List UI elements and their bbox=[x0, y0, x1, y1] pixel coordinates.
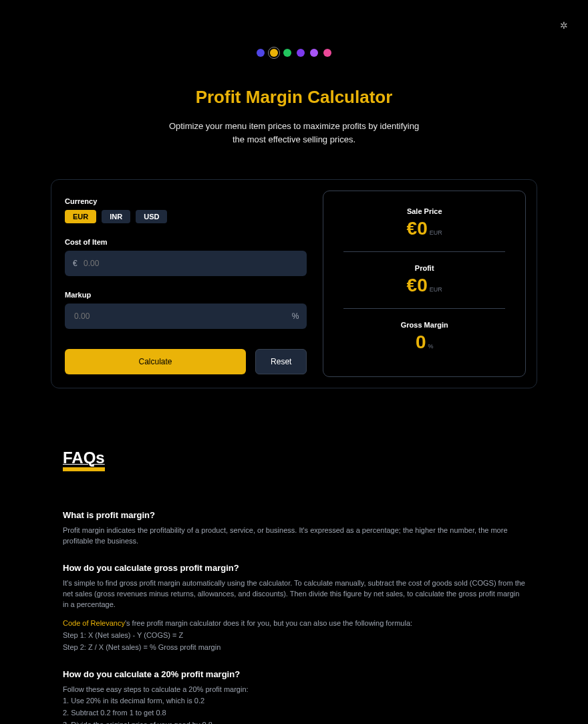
sale-price-unit: EUR bbox=[430, 229, 442, 236]
percent-symbol: % bbox=[292, 312, 299, 321]
color-theme-dots bbox=[0, 0, 588, 57]
faq-a-1: Profit margin indicates the profitabilit… bbox=[63, 525, 525, 547]
gross-margin-unit: % bbox=[428, 343, 433, 350]
cost-label: Cost of Item bbox=[65, 238, 307, 246]
brand-link[interactable]: Code of Relevancy bbox=[63, 619, 125, 627]
profit-label: Profit bbox=[343, 264, 505, 272]
input-column: Currency EUR INR USD Cost of Item € Mark… bbox=[62, 191, 309, 377]
currency-chip-usd[interactable]: USD bbox=[136, 210, 167, 223]
calculator-panel: Currency EUR INR USD Cost of Item € Mark… bbox=[51, 179, 537, 388]
theme-dot-purple[interactable] bbox=[310, 49, 318, 57]
gross-margin-value: 0 bbox=[416, 332, 426, 352]
faqs-heading: FAQs bbox=[63, 449, 105, 471]
theme-dot-green[interactable] bbox=[283, 49, 291, 57]
sale-price-block: Sale Price €0EUR bbox=[343, 202, 505, 251]
profit-unit: EUR bbox=[430, 286, 442, 293]
theme-dot-pink[interactable] bbox=[323, 49, 331, 57]
gross-margin-label: Gross Margin bbox=[343, 321, 505, 329]
theme-dot-violet[interactable] bbox=[297, 49, 305, 57]
markup-label: Markup bbox=[65, 291, 307, 299]
theme-toggle-icon[interactable]: ✲ bbox=[560, 20, 568, 31]
currency-label: Currency bbox=[65, 197, 307, 205]
sale-price-label: Sale Price bbox=[343, 207, 505, 215]
theme-dot-indigo[interactable] bbox=[257, 49, 265, 57]
page-title: Profit Margin Calculator bbox=[0, 87, 588, 108]
cost-input[interactable] bbox=[65, 251, 307, 276]
gross-margin-block: Gross Margin 0% bbox=[343, 308, 505, 365]
faq-a-2: It's simple to find gross profit margin … bbox=[63, 578, 525, 653]
currency-chip-eur[interactable]: EUR bbox=[65, 210, 96, 223]
faq-q-3: How do you calculate a 20% profit margin… bbox=[63, 669, 525, 679]
theme-dot-yellow[interactable] bbox=[270, 49, 278, 57]
currency-options: EUR INR USD bbox=[65, 210, 307, 223]
currency-chip-inr[interactable]: INR bbox=[102, 210, 130, 223]
reset-button[interactable]: Reset bbox=[255, 349, 307, 374]
faqs-section: FAQs What is profit margin? Profit margi… bbox=[60, 449, 528, 724]
faq-a-3: Follow these easy steps to calculate a 2… bbox=[63, 685, 525, 725]
sale-price-value: €0 bbox=[407, 218, 428, 239]
button-row: Calculate Reset bbox=[65, 349, 307, 374]
faq-q-1: What is profit margin? bbox=[63, 510, 525, 520]
calculate-button[interactable]: Calculate bbox=[65, 349, 246, 374]
results-column: Sale Price €0EUR Profit €0EUR Gross Marg… bbox=[323, 191, 526, 377]
markup-input-row: % bbox=[65, 304, 307, 329]
faq-q-2: How do you calculate gross profit margin… bbox=[63, 563, 525, 573]
cost-input-row: € bbox=[65, 251, 307, 276]
profit-value: €0 bbox=[407, 275, 428, 295]
markup-input[interactable] bbox=[65, 304, 307, 329]
profit-block: Profit €0EUR bbox=[343, 251, 505, 308]
currency-symbol: € bbox=[73, 259, 78, 268]
page-subtitle: Optimize your menu item prices to maximi… bbox=[167, 120, 421, 146]
